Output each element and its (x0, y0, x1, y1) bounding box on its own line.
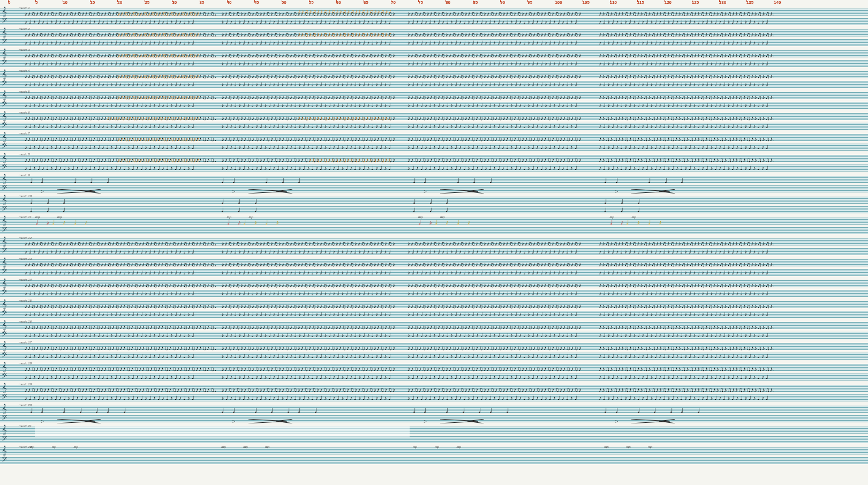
track-13[interactable]: 𝄞𝄢music 13♪♪♫♪♫♪♪♫♪♫♪♪♫♪♫♪♪♫♪♫♪♪♫♪♫♪♪♫♪♫… (0, 257, 868, 278)
bass-clef-icon: 𝄢 (2, 17, 7, 26)
note-run: ♪♪♫♪♫♪♪♫♪♫♪♪♫♪♫♪♪♫♪♫♪♪♫♪♫♪♪♫♪♫♪♪♫♪♫♪♪♫♪♫… (221, 300, 396, 310)
bass-note: ♪♩♪♩♪♩♪♩♪♩♪♩♪♩♪♩♪♩♪♩♪♩♪♩♪♩♪♩♪♩♪♩♪♩♪♩♪♩♪♩ (221, 40, 396, 46)
track-21[interactable]: 𝄞𝄢music 21 (0, 424, 868, 445)
note-run: ♪♪♫♪♫♪♪♫♪♫♪♪♫♪♫♪♪♫♪♫♪♪♫♪♫♪♪♫♪♫♪♪♫♪♫♪♪♫♪♫… (117, 8, 199, 17)
staff[interactable]: 𝄞𝄢music 14♪♪♫♪♫♪♪♫♪♫♪♪♫♪♫♪♪♫♪♫♪♪♫♪♫♪♪♫♪♫… (0, 278, 868, 299)
track-4[interactable]: 𝄞𝄢music 4♪♪♫♪♫♪♪♫♪♫♪♪♫♪♫♪♪♫♪♫♪♪♫♪♫♪♪♫♪♫♪… (0, 69, 868, 89)
staff[interactable]: 𝄞𝄢music 22mpmpmpmpmpmpmpmpmpmpmpmp (0, 445, 868, 466)
note-run: ♪♪♫♪♫♪♪♫♪♫♪♪♫♪♫♪♪♫♪♫♪♪♫♪♫♪♪♫♪♫♪♪♫♪♫♪♪♫♪♫… (599, 321, 774, 331)
track-22[interactable]: 𝄞𝄢music 22mpmpmpmpmpmpmpmpmpmpmpmp (0, 445, 868, 466)
note-run: ♪♪♫♪♫♪♪♫♪♫♪♪♫♪♫♪♪♫♪♫♪♪♫♪♫♪♪♫♪♫♪♪♫♪♫♪♪♫♪♫… (221, 363, 396, 372)
track-12[interactable]: 𝄞𝄢music 12♪♪♫♪♫♪♪♫♪♫♪♪♫♪♫♪♪♫♪♫♪♪♫♪♫♪♪♫♪♫… (0, 236, 868, 257)
accent-mark: > (232, 419, 236, 424)
ruler-tick: 100 (555, 0, 562, 5)
bass-note: ♪♩♪♩♪♩♪♩♪♩♪♩♪♩♪♩♪♩♪♩♪♩♪♩♪♩♪♩♪♩♪♩♪♩♪♩♪♩♪♩ (407, 332, 583, 338)
track-7[interactable]: 𝄞𝄢music 7♪♪♫♪♫♪♪♫♪♫♪♪♫♪♫♪♪♫♪♫♪♪♫♪♫♪♪♫♪♫♪… (0, 132, 868, 152)
bass-note: ♪♩♪♩♪♩♪♩♪♩♪♩♪♩♪♩♪♩♪♩♪♩♪♩♪♩♪♩♪♩♪♩♪♩♪♩♪♩♪♩ (407, 123, 583, 129)
timeline-ruler[interactable]: 0510152025303540455055606570758085909510… (0, 0, 868, 6)
bass-note: ♪♩♪♩♪♩♪♩♪♩♪♩♪♩♪♩♪♩♪♩♪♩♪♩♪♩♪♩♪♩♪♩♪♩♪♩♪♩♪♩ (221, 123, 396, 129)
bass-clef-icon: 𝄢 (2, 38, 7, 47)
track-14[interactable]: 𝄞𝄢music 14♪♪♫♪♫♪♪♫♪♫♪♪♫♪♫♪♪♫♪♫♪♪♫♪♫♪♪♫♪♫… (0, 278, 868, 299)
note-run: ♪♪♫♪♫♪♪♫♪♫♪♪♫♪♫♪♪♫♪♫♪♪♫♪♫♪♪♫♪♫♪♪♫♪♫♪♪♫♪♫… (407, 91, 583, 101)
crescendo (85, 189, 101, 193)
bass-note: ♪♩♪♩♪♩♪♩♪♩♪♩♪♩♪♩♪♩♪♩♪♩♪♩♪♩♪♩♪♩♪♩♪♩♪♩♪♩♪♩ (407, 144, 583, 150)
track-20[interactable]: 𝄞𝄢music 20♩♩♩♩♩♩♩>♩♩♩♩♩♩♩>♩♩♩♩♩♩♩>♩♩♩♩♩♩… (0, 404, 868, 424)
staff[interactable]: 𝄞𝄢music 2♪♪♫♪♫♪♪♫♪♫♪♪♫♪♫♪♪♫♪♫♪♪♫♪♫♪♪♫♪♫♪… (0, 27, 868, 48)
staff[interactable]: 𝄞𝄢music 16♪♪♫♪♫♪♪♫♪♫♪♪♫♪♫♪♪♫♪♫♪♪♫♪♫♪♪♫♪♫… (0, 320, 868, 340)
track-11[interactable]: 𝄞𝄢music 11♩♪♩♪♩♪mpmp♩♪♩♪♩♪mpmp♩♪♩♪♩♪mpmp… (0, 215, 868, 236)
track-10[interactable]: 𝄞𝄢music 10♩♩♩♩♩♩♩♩♩♩♩♩♩♩♩♩♩♩♩♩♩♩♩♩ (0, 195, 868, 215)
note-run: ♪♪♫♪♫♪♪♫♪♫♪♪♫♪♫♪♪♫♪♫♪♪♫♪♫♪♪♫♪♫♪♪♫♪♫♪♪♫♪♫… (407, 8, 583, 17)
staff[interactable]: 𝄞𝄢music 13♪♪♫♪♫♪♪♫♪♫♪♪♫♪♫♪♪♫♪♫♪♪♫♪♫♪♪♫♪♫… (0, 257, 868, 278)
treble-clef-icon: 𝄞 (2, 217, 6, 225)
track-17[interactable]: 𝄞𝄢music 17♪♪♫♪♫♪♪♫♪♫♪♪♫♪♫♪♪♫♪♫♪♪♫♪♫♪♪♫♪♫… (0, 341, 868, 361)
track-1[interactable]: 𝄞𝄢music 1♪♪♫♪♫♪♪♫♪♫♪♪♫♪♫♪♪♫♪♫♪♪♫♪♫♪♪♫♪♫♪… (0, 6, 868, 27)
ruler-tick: 35 (200, 0, 205, 5)
marking: mp (604, 445, 608, 449)
bass-clef-icon: 𝄢 (2, 414, 7, 423)
treble-clef-icon: 𝄞 (2, 363, 6, 371)
note-run: ♪♪♫♪♫♪♪♫♪♫♪♪♫♪♫♪♪♫♪♫♪♪♫♪♫♪♪♫♪♫♪♪♫♪♫♪♪♫♪♫… (599, 91, 774, 101)
track-3[interactable]: 𝄞𝄢music 3♪♪♫♪♫♪♪♫♪♫♪♪♫♪♫♪♪♫♪♫♪♪♫♪♫♪♪♫♪♫♪… (0, 48, 868, 69)
track-2[interactable]: 𝄞𝄢music 2♪♪♫♪♫♪♪♫♪♫♪♪♫♪♫♪♪♫♪♫♪♪♫♪♫♪♪♫♪♫♪… (0, 27, 868, 48)
bass-clef-icon: 𝄢 (2, 352, 7, 360)
ruler-tick: 55 (309, 0, 314, 5)
staff[interactable]: 𝄞𝄢music 6♪♪♫♪♫♪♪♫♪♫♪♪♫♪♫♪♪♫♪♫♪♪♫♪♫♪♪♫♪♫♪… (0, 111, 868, 131)
note-run: ♪♪♫♪♫♪♪♫♪♫♪♪♫♪♫♪♪♫♪♫♪♪♫♪♫♪♪♫♪♫♪♪♫♪♫♪♪♫♪♫… (599, 279, 774, 289)
staff[interactable]: 𝄞𝄢music 8♪♪♫♪♫♪♪♫♪♫♪♪♫♪♫♪♪♫♪♫♪♪♫♪♫♪♪♫♪♫♪… (0, 153, 868, 173)
treble-clef-icon: 𝄞 (2, 91, 6, 100)
note-yellow: ♩♪ (648, 218, 868, 236)
staff[interactable]: 𝄞𝄢music 20♩♩♩♩♩♩♩>♩♩♩♩♩♩♩>♩♩♩♩♩♩♩>♩♩♩♩♩♩… (0, 404, 868, 424)
svg-line-31 (659, 421, 676, 423)
note-run: ♪♪♫♪♫♪♪♫♪♫♪♪♫♪♫♪♪♫♪♫♪♪♫♪♫♪♪♫♪♫♪♪♫♪♫♪♪♫♪♫… (599, 258, 774, 268)
track-5[interactable]: 𝄞𝄢music 5♪♪♫♪♫♪♪♫♪♫♪♪♫♪♫♪♪♫♪♫♪♪♫♪♫♪♪♫♪♫♪… (0, 90, 868, 110)
staff[interactable]: 𝄞𝄢music 19♪♪♫♪♫♪♪♫♪♫♪♪♫♪♫♪♪♫♪♫♪♪♫♪♫♪♪♫♪♫… (0, 383, 868, 403)
staff[interactable]: 𝄞𝄢music 10♩♩♩♩♩♩♩♩♩♩♩♩♩♩♩♩♩♩♩♩♩♩♩♩ (0, 195, 868, 215)
accent-mark: > (41, 419, 44, 424)
staff[interactable]: 𝄞𝄢music 3♪♪♫♪♫♪♪♫♪♫♪♪♫♪♫♪♪♫♪♫♪♪♫♪♫♪♪♫♪♫♪… (0, 48, 868, 69)
track-8[interactable]: 𝄞𝄢music 8♪♪♫♪♫♪♪♫♪♫♪♪♫♪♫♪♪♫♪♫♪♪♫♪♫♪♪♫♪♫♪… (0, 153, 868, 173)
ruler-tick: 120 (665, 0, 671, 5)
bass-note: ♪♩♪♩♪♩♪♩♪♩♪♩♪♩♪♩♪♩♪♩♪♩♪♩♪♩♪♩♪♩♪♩♪♩♪♩♪♩♪♩ (221, 249, 396, 255)
bass-note: ♪♩♪♩♪♩♪♩♪♩♪♩♪♩♪♩♪♩♪♩♪♩♪♩♪♩♪♩♪♩♪♩♪♩♪♩♪♩♪♩ (407, 353, 583, 359)
note-run: ♪♪♫♪♫♪♪♫♪♫♪♪♫♪♫♪♪♫♪♫♪♪♫♪♫♪♪♫♪♫♪♪♫♪♫♪♪♫♪♫… (599, 154, 774, 163)
track-9[interactable]: 𝄞𝄢music 9♩♩♩♩♩>♩♩♩♩♩>♩♩♩♩♩>♩♩♩♩♩> (0, 174, 868, 194)
staff[interactable]: 𝄞𝄢music 4♪♪♫♪♫♪♪♫♪♫♪♪♫♪♫♪♪♫♪♫♪♪♫♪♫♪♪♫♪♫♪… (0, 69, 868, 89)
track-16[interactable]: 𝄞𝄢music 16♪♪♫♪♫♪♪♫♪♫♪♪♫♪♫♪♪♫♪♫♪♪♫♪♫♪♪♫♪♫… (0, 320, 868, 340)
bass-clef-icon: 𝄢 (2, 456, 7, 465)
ruler-tick: 40 (227, 0, 232, 5)
treble-clef-icon: 𝄞 (2, 321, 6, 330)
ruler-tick: 65 (364, 0, 368, 5)
staff[interactable]: 𝄞𝄢music 21 (0, 424, 868, 445)
bass-clef-icon: 𝄢 (2, 331, 7, 339)
staff[interactable]: 𝄞𝄢music 18♪♪♫♪♫♪♪♫♪♫♪♪♫♪♫♪♪♫♪♫♪♪♫♪♫♪♪♫♪♫… (0, 362, 868, 382)
note-run: ♪♪♫♪♫♪♪♫♪♫♪♪♫♪♫♪♪♫♪♫♪♪♫♪♫♪♪♫♪♫♪♪♫♪♫♪♪♫♪♫… (599, 112, 774, 122)
bass-note: ♩ (238, 207, 240, 213)
bass-note: ♪♩♪♩♪♩♪♩♪♩♪♩♪♩♪♩♪♩♪♩♪♩♪♩♪♩♪♩♪♩♪♩♪♩♪♩♪♩♪♩ (25, 290, 216, 296)
note: ♩ (637, 197, 868, 215)
staff[interactable]: 𝄞𝄢music 9♩♩♩♩♩>♩♩♩♩♩>♩♩♩♩♩>♩♩♩♩♩> (0, 174, 868, 194)
track-19[interactable]: 𝄞𝄢music 19♪♪♫♪♫♪♪♫♪♫♪♪♫♪♫♪♪♫♪♫♪♪♫♪♫♪♪♫♪♫… (0, 383, 868, 403)
staff[interactable]: 𝄞𝄢music 12♪♪♫♪♫♪♪♫♪♫♪♪♫♪♫♪♪♫♪♫♪♪♫♪♫♪♪♫♪♫… (0, 236, 868, 257)
bass-note: ♩ (63, 207, 65, 213)
track-18[interactable]: 𝄞𝄢music 18♪♪♫♪♫♪♪♫♪♫♪♪♫♪♫♪♪♫♪♫♪♪♫♪♫♪♪♫♪♫… (0, 362, 868, 382)
note-run: ♪♪♫♪♫♪♪♫♪♫♪♪♫♪♫♪♪♫♪♫♪♪♫♪♫♪♪♫♪♫♪♪♫♪♫♪♪♫♪♫… (221, 237, 396, 247)
track-6[interactable]: 𝄞𝄢music 6♪♪♫♪♫♪♪♫♪♫♪♪♫♪♫♪♪♫♪♫♪♪♫♪♫♪♪♫♪♫♪… (0, 111, 868, 131)
bass-clef-icon: 𝄢 (2, 122, 7, 130)
bass-clef-icon: 𝄢 (2, 163, 7, 172)
bass-note: ♪♩♪♩♪♩♪♩♪♩♪♩♪♩♪♩♪♩♪♩♪♩♪♩♪♩♪♩♪♩♪♩♪♩♪♩♪♩♪♩ (221, 81, 396, 87)
track-15[interactable]: 𝄞𝄢music 15♪♪♫♪♫♪♪♫♪♫♪♪♫♪♫♪♪♫♪♫♪♪♫♪♫♪♪♫♪♫… (0, 299, 868, 319)
staff[interactable]: 𝄞𝄢music 17♪♪♫♪♫♪♪♫♪♫♪♪♫♪♫♪♪♫♪♫♪♪♫♪♫♪♪♫♪♫… (0, 341, 868, 361)
staff[interactable]: 𝄞𝄢music 11♩♪♩♪♩♪mpmp♩♪♩♪♩♪mpmp♩♪♩♪♩♪mpmp… (0, 215, 868, 236)
bass-note: ♪♩♪♩♪♩♪♩♪♩♪♩♪♩♪♩♪♩♪♩♪♩♪♩♪♩♪♩♪♩♪♩♪♩♪♩♪♩♪♩ (25, 81, 216, 87)
bass-note: ♪♩♪♩♪♩♪♩♪♩♪♩♪♩♪♩♪♩♪♩♪♩♪♩♪♩♪♩♪♩♪♩♪♩♪♩♪♩♪♩ (25, 123, 216, 129)
staff[interactable]: 𝄞𝄢music 5♪♪♫♪♫♪♪♫♪♫♪♪♫♪♫♪♪♫♪♫♪♪♫♪♫♪♪♫♪♫♪… (0, 90, 868, 110)
note-run: ♪♪♫♪♫♪♪♫♪♫♪♪♫♪♫♪♪♫♪♫♪♪♫♪♫♪♪♫♪♫♪♪♫♪♫♪♪♫♪♫… (599, 70, 774, 80)
bass-clef-icon: 𝄢 (2, 59, 7, 68)
staff[interactable]: 𝄞𝄢music 1♪♪♫♪♫♪♪♫♪♫♪♪♫♪♫♪♪♫♪♫♪♪♫♪♫♪♪♫♪♫♪… (0, 6, 868, 27)
marking: mp (221, 445, 225, 449)
staff[interactable]: 𝄞𝄢music 7♪♪♫♪♫♪♪♫♪♫♪♪♫♪♫♪♪♫♪♫♪♪♫♪♫♪♪♫♪♫♪… (0, 132, 868, 152)
note-run: ♪♪♫♪♫♪♪♫♪♫♪♪♫♪♫♪♪♫♪♫♪♪♫♪♫♪♪♫♪♫♪♪♫♪♫♪♪♫♪♫… (107, 112, 200, 122)
staff[interactable]: 𝄞𝄢music 15♪♪♫♪♫♪♪♫♪♫♪♪♫♪♫♪♪♫♪♫♪♪♫♪♫♪♪♫♪♫… (0, 299, 868, 319)
bass-note: ♪♩♪♩♪♩♪♩♪♩♪♩♪♩♪♩♪♩♪♩♪♩♪♩♪♩♪♩♪♩♪♩♪♩♪♩♪♩♪♩ (599, 123, 774, 129)
